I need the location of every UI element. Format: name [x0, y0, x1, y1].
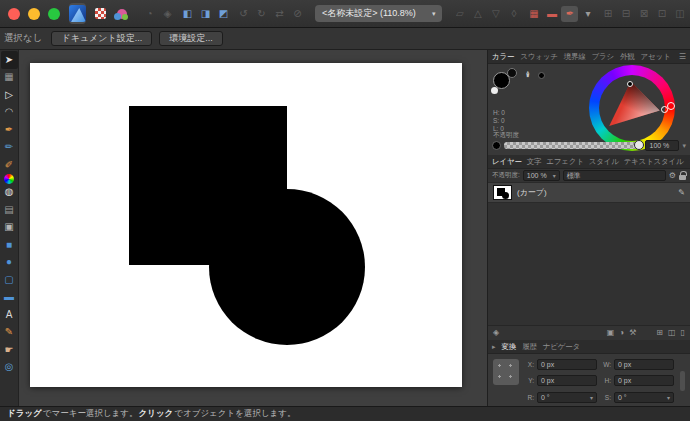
- transparency-tool[interactable]: ◍: [1, 184, 18, 202]
- panel-collapse-chevron-icon[interactable]: ▸: [492, 343, 496, 350]
- panel-tab[interactable]: テキストスタイル: [624, 157, 684, 167]
- close-button[interactable]: [8, 8, 20, 20]
- chevron-down-icon: ▾: [432, 10, 436, 18]
- node-tool[interactable]: ▷: [1, 86, 18, 104]
- color-picker-tool[interactable]: ✎: [1, 324, 18, 342]
- layer-row[interactable]: (カーブ) ✎: [488, 183, 690, 203]
- panel-tab[interactable]: アセット: [641, 52, 671, 62]
- toolbar-icon: ▽: [487, 6, 504, 22]
- panel-tab[interactable]: エフェクト: [546, 157, 583, 167]
- vector-brush-tool[interactable]: ✐: [1, 156, 18, 174]
- panel-tab[interactable]: スタイル: [589, 157, 619, 167]
- fill-tool[interactable]: [4, 174, 14, 184]
- corner-tool[interactable]: ◠: [1, 104, 18, 122]
- move-tool[interactable]: ➤: [1, 51, 18, 69]
- toolbar-icon[interactable]: ◧: [179, 6, 196, 22]
- opacity-value-field[interactable]: 100 %: [645, 140, 679, 151]
- toolbar-icon: ⊘: [289, 6, 306, 22]
- panel-tab[interactable]: ナビゲータ: [543, 342, 580, 352]
- minimize-button[interactable]: [28, 8, 40, 20]
- preferences-button[interactable]: 環境設定...: [159, 31, 223, 46]
- new-layer-icon[interactable]: ⊞: [656, 329, 663, 337]
- more-shapes-tool[interactable]: ▬: [1, 289, 18, 307]
- rotation-field[interactable]: 0 ° ▾: [537, 392, 597, 403]
- pixel-persona-icon[interactable]: [92, 6, 109, 22]
- lock-aspect-button[interactable]: [680, 371, 685, 391]
- shear-field[interactable]: 0 ° ▾: [614, 392, 674, 403]
- panel-tab[interactable]: スウォッチ: [520, 52, 557, 62]
- rounded-rectangle-tool[interactable]: ▢: [1, 271, 18, 289]
- opacity-slider[interactable]: [504, 142, 642, 149]
- zoom-tool[interactable]: ◎: [1, 359, 18, 377]
- zoom-button[interactable]: [48, 8, 60, 20]
- chevron-down-icon[interactable]: ▾: [579, 6, 596, 22]
- pen-tool[interactable]: ✒: [1, 121, 18, 139]
- shear-label: S:: [600, 394, 611, 401]
- panel-tab[interactable]: 外観: [620, 52, 635, 62]
- grid-icon[interactable]: ▦: [525, 6, 542, 22]
- document-title-dropdown[interactable]: <名称未設定> (110.8%) ▾: [315, 5, 442, 22]
- hue-ring-selector[interactable]: [667, 102, 675, 110]
- export-persona-icon[interactable]: [113, 6, 130, 22]
- y-field[interactable]: 0 px: [537, 375, 597, 386]
- document-page[interactable]: [30, 63, 462, 387]
- picked-color-swatch[interactable]: [538, 72, 545, 79]
- triangle-selector[interactable]: [627, 81, 633, 87]
- anchor-point-selector[interactable]: [493, 359, 519, 385]
- status-click-text: でオブジェクトを選択します。: [174, 408, 295, 420]
- designer-persona-button[interactable]: [69, 3, 86, 24]
- opacity-slider-knob[interactable]: [634, 140, 644, 150]
- mask-layer-icon[interactable]: ▣: [607, 329, 615, 337]
- panel-tab[interactable]: レイヤー: [492, 157, 522, 167]
- toolbar-icon[interactable]: ◨: [197, 6, 214, 22]
- delete-layer-icon[interactable]: ▯: [681, 329, 685, 337]
- canvas-area[interactable]: [19, 50, 487, 406]
- panel-tab[interactable]: 文字: [527, 157, 542, 167]
- triangle-vertex-selector[interactable]: [661, 106, 668, 113]
- toolbar-icon: ↻: [253, 6, 270, 22]
- hsl-readout: H: 0 S: 0 L: 0: [493, 109, 505, 133]
- affinity-designer-icon: [69, 5, 86, 22]
- rectangle-tool[interactable]: ■: [1, 236, 18, 254]
- color-panel-tabbar: カラースウォッチ境界線ブラシ外観アセット ☰: [488, 50, 690, 64]
- ellipse-tool[interactable]: ●: [1, 254, 18, 272]
- vector-crop-tool[interactable]: ▣: [1, 219, 18, 237]
- eyedropper-icon[interactable]: ✒: [523, 70, 533, 78]
- layer-effects-icon[interactable]: ⚒: [629, 329, 636, 337]
- swap-colors-icon[interactable]: [491, 87, 498, 94]
- artboard-tool[interactable]: ▦: [1, 69, 18, 87]
- w-field[interactable]: 0 px: [614, 359, 674, 370]
- layer-opacity-field[interactable]: 100 % ▾: [523, 170, 560, 181]
- panel-menu-icon[interactable]: ☰: [679, 53, 686, 61]
- artistic-text-tool[interactable]: A: [1, 306, 18, 324]
- document-setup-button[interactable]: ドキュメント設定...: [51, 31, 152, 46]
- lock-layer-icon[interactable]: [679, 175, 686, 180]
- context-toolbar: 選択なし ドキュメント設定... 環境設定...: [0, 28, 690, 50]
- new-pixel-layer-icon[interactable]: ◫: [668, 329, 676, 337]
- panel-tab[interactable]: ブラシ: [592, 52, 614, 62]
- adjustment-layer-icon[interactable]: ◑: [619, 329, 624, 337]
- current-color-swatch[interactable]: [492, 141, 501, 150]
- blend-mode-dropdown[interactable]: 標準: [563, 170, 666, 181]
- margins-icon[interactable]: ▬: [543, 6, 560, 22]
- layers-panel-tabbar: レイヤー文字エフェクトスタイルテキストスタイル ☰: [488, 155, 690, 169]
- snapping-pen-icon[interactable]: ✒: [561, 6, 578, 22]
- toolbar-icon[interactable]: ◩: [215, 6, 232, 22]
- layer-settings-gear-icon[interactable]: ⚙: [669, 172, 676, 180]
- layers-stack-icon[interactable]: ◈: [493, 329, 499, 337]
- toolbar-icon: △: [469, 6, 486, 22]
- view-tool[interactable]: ☛: [1, 341, 18, 359]
- edit-pen-icon[interactable]: ✎: [678, 188, 685, 197]
- document-title: <名称未設定> (110.8%): [322, 7, 416, 20]
- pencil-tool[interactable]: ✏: [1, 139, 18, 157]
- color-triangle[interactable]: [602, 78, 662, 138]
- x-field[interactable]: 0 px: [537, 359, 597, 370]
- h-field[interactable]: 0 px: [614, 375, 674, 386]
- panel-tab[interactable]: 履歴: [522, 342, 537, 352]
- panel-tab[interactable]: 境界線: [564, 52, 586, 62]
- panel-tab[interactable]: カラー: [492, 52, 514, 62]
- opacity-stepper-icon[interactable]: ▾: [682, 142, 686, 149]
- canvas-circle-shape[interactable]: [209, 189, 365, 345]
- place-image-tool[interactable]: ▤: [1, 201, 18, 219]
- panel-tab[interactable]: 変換: [502, 342, 517, 352]
